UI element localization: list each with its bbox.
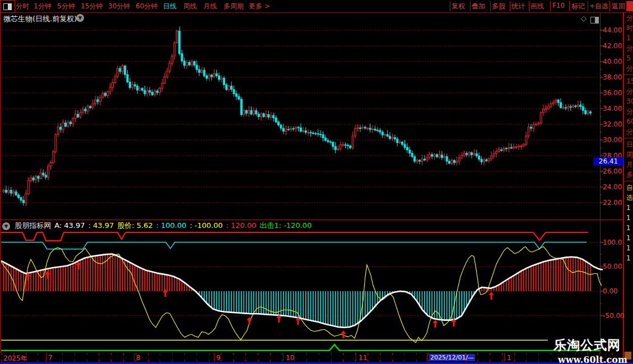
sidebar-item-label[interactable]: 日 [626,139,633,150]
date-tick [245,353,246,355]
date-tick [477,360,478,362]
sidebar-item-label[interactable]: 60 [626,116,633,127]
sidebar-item-label[interactable]: 分 [626,106,633,116]
sidebar-item-label[interactable]: 时 [626,23,633,33]
candle-body [161,83,163,88]
candle-body [362,127,364,128]
date-tick [172,353,173,355]
candle-body [449,161,450,164]
month-separator [504,353,505,362]
candle-body [117,68,118,77]
sidebar-item-label[interactable]: 1 [626,223,633,233]
sidebar-divider [623,181,633,181]
candle-body [339,144,341,149]
candle-body [334,147,336,150]
candle-body [436,155,438,157]
date-axis-label: 8 [136,354,141,362]
candle-body [587,112,589,114]
candle-body [538,123,539,124]
sidebar-item-label[interactable]: 1 [626,33,633,43]
candle-body [144,90,146,94]
price-axis-label: 38.00 [603,73,625,81]
date-tick [75,353,75,355]
sidebar-item-label[interactable]: 分 [626,127,633,137]
candle-body [35,176,36,180]
red-level-line [1,232,588,241]
candle-body [555,100,557,102]
sidebar-item-label[interactable]: 5 [626,53,633,63]
candle-body [52,152,54,163]
candle-body [577,105,579,106]
candle-body [134,85,136,86]
sidebar-item-label[interactable]: 周 [626,150,633,160]
candle-body [253,111,254,114]
candle-body [104,93,106,95]
sidebar-item-label[interactable]: 1 [626,213,633,223]
watermark-line1: 乐淘公式网 [553,337,627,354]
date-tick [258,360,258,362]
candle-body [255,111,257,114]
candle-body [313,133,314,134]
sidebar-item-label[interactable]: 30 [626,96,633,106]
candle-body [15,192,17,195]
candle-body [186,63,188,66]
date-axis-label: 1 [507,354,511,362]
date-tick [148,360,148,362]
candle-body [381,132,383,135]
sidebar-item-label[interactable]: 15 [626,76,633,86]
candle-body [65,123,67,126]
date-highlight-tag: 2025/12/01/— [429,354,475,361]
date-tick [50,353,50,355]
sidebar-item-label[interactable]: 选 [626,193,633,203]
candle-body [50,163,52,166]
candle-body [550,104,552,106]
sidebar-item-label[interactable]: 分 [626,13,633,23]
candle-body [327,141,329,142]
indicator-header-value: A: 43.97 [54,221,85,230]
date-tick [429,353,429,355]
date-axis[interactable]: 2025年78910112025/12/01/—1 [0,353,623,362]
candle-body [431,155,433,156]
candle-body [359,128,361,128]
candle-body [508,148,510,149]
candle-body [387,134,388,136]
candle-body [389,136,391,138]
candle-body [505,148,507,149]
candle-body [525,136,527,144]
indicator-header-value: 股价: 5.62 [117,221,152,230]
date-tick [209,353,210,355]
sidebar-item-label[interactable]: 多 [626,170,633,180]
candle-body [590,112,592,113]
sidebar-item-label[interactable]: 1 [626,233,633,243]
month-separator [134,353,134,362]
sidebar-item-label[interactable]: 分 [626,63,633,73]
candle-body [266,114,267,116]
sidebar-item-label[interactable]: 1 [626,243,633,253]
candle-body [543,109,544,113]
candle-body [453,160,455,162]
candle-body [332,142,334,147]
candle-body [315,133,316,134]
candle-body [20,198,22,200]
candle-body [5,190,7,193]
collapse-panel-icon[interactable]: ▼ [2,222,10,230]
candle-body [446,157,448,161]
candle-body [77,114,79,117]
candle-body [164,77,165,83]
date-tick [270,360,271,362]
buy-arrow-icon [489,292,494,300]
date-tick [441,353,441,355]
candle-body [213,74,215,77]
candle-body [305,130,306,132]
candle-body [295,127,297,129]
sidebar-item-label[interactable]: 1 [626,203,633,213]
candle-body [189,63,190,65]
sidebar-item-label[interactable]: 分 [626,86,633,96]
date-tick [233,353,234,355]
sidebar-item-label[interactable]: 1 [626,253,633,263]
price-axis-label: 24.00 [603,183,625,191]
sidebar-item-label[interactable]: 月 [626,160,633,170]
candle-body [92,104,94,108]
sidebar-item-label[interactable]: 分 [626,43,633,53]
sidebar-item-label[interactable]: 自 [626,183,633,193]
